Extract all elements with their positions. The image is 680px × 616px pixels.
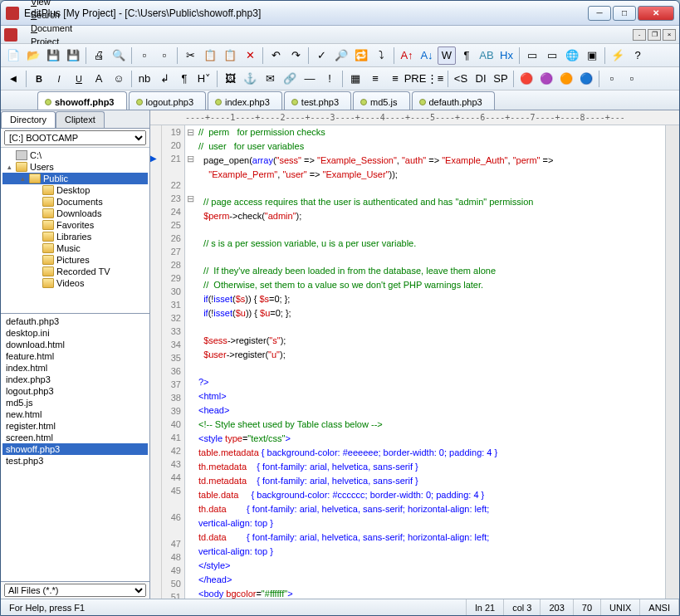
color1-button[interactable]: 🔴 xyxy=(517,70,536,88)
copy-button[interactable]: 📋 xyxy=(201,46,219,65)
color2-button[interactable]: 🟣 xyxy=(537,70,555,88)
file-tab[interactable]: defauth.php3 xyxy=(412,91,495,110)
link-button[interactable]: 🔗 xyxy=(281,70,299,88)
color4-button[interactable]: 🔵 xyxy=(577,70,595,88)
sp-button[interactable]: SP xyxy=(492,70,510,88)
col1-button[interactable]: ▭ xyxy=(523,46,541,65)
doc1-button[interactable]: ▫ xyxy=(135,46,154,65)
menu-view[interactable]: View xyxy=(24,0,79,8)
findnext-button[interactable]: ⤵ xyxy=(372,46,390,65)
tree-node[interactable]: Favorites xyxy=(2,219,148,231)
drive-select[interactable]: [C:] BOOTCAMP xyxy=(4,130,146,145)
file-item[interactable]: showoff.php3 xyxy=(2,443,148,455)
paste-button[interactable]: 📋 xyxy=(221,46,239,65)
print-button[interactable]: 🖨 xyxy=(90,46,108,65)
spell-button[interactable]: ✓ xyxy=(312,46,330,65)
code-editor[interactable]: ▶ 192021 2223242526272829303132333435363… xyxy=(150,125,679,599)
filter-select[interactable]: All Files (*.*) xyxy=(4,584,146,597)
file-tab[interactable]: index.php3 xyxy=(208,91,282,110)
file-item[interactable]: feature.html xyxy=(2,350,148,362)
file-item[interactable]: logout.php3 xyxy=(2,385,148,397)
file-item[interactable]: screen.html xyxy=(2,432,148,443)
para-button[interactable]: ¶ xyxy=(457,46,476,65)
anchor-button[interactable]: ⚓ xyxy=(241,70,259,88)
file-list[interactable]: defauth.php3desktop.inidownload.htmlfeat… xyxy=(1,314,149,581)
vertical-scrollbar[interactable] xyxy=(665,125,679,599)
mail-button[interactable]: ✉ xyxy=(261,70,279,88)
help-button[interactable]: ? xyxy=(629,46,647,65)
tree-node[interactable]: Videos xyxy=(2,277,148,289)
minimize-button[interactable]: ─ xyxy=(588,6,611,21)
replace-button[interactable]: 🔁 xyxy=(352,46,370,65)
directory-tab[interactable]: Directory xyxy=(1,111,56,128)
file-tab[interactable]: showoff.php3 xyxy=(37,91,127,110)
col2-button[interactable]: ▭ xyxy=(543,46,561,65)
align-c-button[interactable]: ≡ xyxy=(386,70,404,88)
tree-node[interactable]: Libraries xyxy=(2,231,148,242)
file-item[interactable]: defauth.php3 xyxy=(2,315,148,327)
tree-node[interactable]: Recorded TV xyxy=(2,266,148,277)
folder-tree[interactable]: C:\▴Users▴PublicDesktopDocumentsDownload… xyxy=(1,148,149,314)
italic-button[interactable]: I xyxy=(50,70,68,88)
cut-button[interactable]: ✂ xyxy=(181,46,199,65)
tree-node[interactable]: C:\ xyxy=(2,149,148,161)
file-item[interactable]: new.html xyxy=(2,408,148,420)
tree-node[interactable]: Pictures xyxy=(2,254,148,266)
file-item[interactable]: desktop.ini xyxy=(2,327,148,339)
file-tab[interactable]: md5.js xyxy=(353,91,409,110)
p-button[interactable]: ¶ xyxy=(175,70,193,88)
img-button[interactable]: 🖼 xyxy=(221,70,239,88)
mdi-close[interactable]: × xyxy=(663,29,676,41)
window-button[interactable]: ▣ xyxy=(583,46,601,65)
file-item[interactable]: index.html xyxy=(2,362,148,374)
color3-button[interactable]: 🟠 xyxy=(557,70,575,88)
form2-button[interactable]: ▫ xyxy=(623,70,641,88)
find-button[interactable]: 🔎 xyxy=(332,46,350,65)
form-button[interactable]: ▫ xyxy=(603,70,621,88)
fold-column[interactable]: ⊟ ⊟ ⊟ xyxy=(185,125,195,599)
file-item[interactable]: register.html xyxy=(2,420,148,432)
ab-button[interactable]: AB xyxy=(477,46,496,65)
maximize-button[interactable]: □ xyxy=(613,6,636,21)
pre-button[interactable]: PRE xyxy=(406,70,424,88)
table-button[interactable]: ▦ xyxy=(346,70,364,88)
hx-button[interactable]: Hx xyxy=(497,46,516,65)
redo-button[interactable]: ↷ xyxy=(286,46,305,65)
list-button[interactable]: ⋮≡ xyxy=(426,70,444,88)
tree-node[interactable]: Desktop xyxy=(2,184,148,196)
save-button[interactable]: 💾 xyxy=(44,46,62,65)
preview-button[interactable]: 🔍 xyxy=(110,46,128,65)
align-l-button[interactable]: ≡ xyxy=(366,70,384,88)
file-tab[interactable]: test.php3 xyxy=(284,91,351,110)
underline-button[interactable]: U xyxy=(70,70,88,88)
tree-node[interactable]: Documents xyxy=(2,196,148,208)
bold-button[interactable]: B xyxy=(30,70,48,88)
lt-button[interactable]: <S xyxy=(452,70,470,88)
font-a2-button[interactable]: A↓ xyxy=(418,46,436,65)
code-content[interactable]: // perm for permission checks // user fo… xyxy=(195,125,665,599)
browser-button[interactable]: 🌐 xyxy=(563,46,581,65)
file-item[interactable]: test.php3 xyxy=(2,455,148,467)
new-file-button[interactable]: 📄 xyxy=(4,46,22,65)
mdi-minimize[interactable]: - xyxy=(633,29,646,41)
nb-button[interactable]: nb xyxy=(135,70,154,88)
file-item[interactable]: md5.js xyxy=(2,397,148,408)
save-all-button[interactable]: 💾 xyxy=(64,46,82,65)
comment-button[interactable]: ! xyxy=(320,70,339,88)
tree-node[interactable]: ▴Users xyxy=(2,161,148,173)
left-button[interactable]: ◄ xyxy=(4,70,22,88)
hr-button[interactable]: — xyxy=(301,70,319,88)
font-button[interactable]: A xyxy=(90,70,108,88)
menu-search[interactable]: Search xyxy=(24,8,79,22)
smiley-button[interactable]: ☺ xyxy=(110,70,128,88)
arrow-button[interactable]: ↲ xyxy=(155,70,174,88)
menu-document[interactable]: Document xyxy=(24,22,79,35)
h-button[interactable]: H˅ xyxy=(195,70,213,88)
wrap-button[interactable]: W xyxy=(438,46,456,65)
tool-button[interactable]: ⚡ xyxy=(609,46,627,65)
tree-node[interactable]: ▴Public xyxy=(2,173,148,184)
file-item[interactable]: index.php3 xyxy=(2,374,148,385)
di-button[interactable]: DI xyxy=(472,70,490,88)
tree-node[interactable]: Downloads xyxy=(2,208,148,219)
delete-button[interactable]: ✕ xyxy=(241,46,259,65)
